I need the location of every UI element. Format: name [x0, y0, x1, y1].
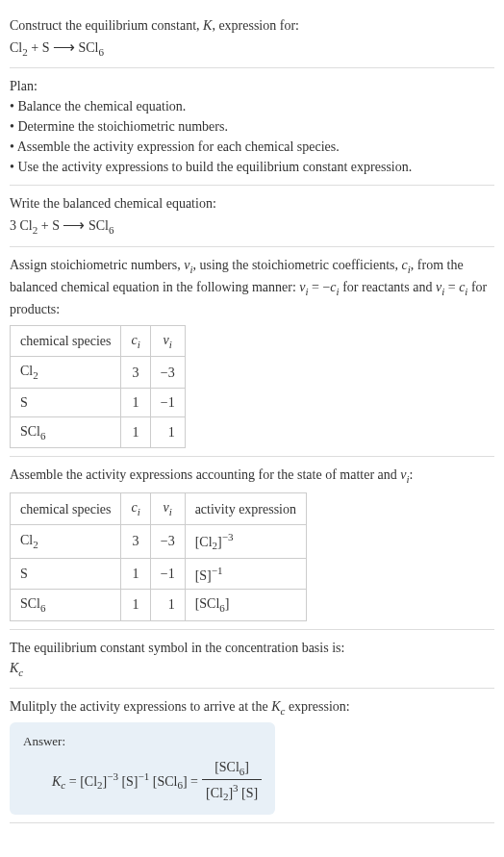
asm-t2: : [410, 467, 414, 482]
assign-text: Assign stoichiometric numbers, νi, using… [10, 255, 494, 320]
t2-h3i: i [169, 506, 172, 517]
arrow-icon: ⟶ [63, 216, 85, 233]
t1-r2-nu: −1 [150, 388, 185, 416]
t1-r2-c: 1 [121, 388, 150, 416]
assign-eq2: = [444, 280, 459, 294]
multiply-section: Mulitply the activity expressions to arr… [10, 689, 494, 823]
ans-sp: [S] [118, 773, 139, 788]
ans-scl: [SCl [149, 773, 177, 788]
t1-r1-sp: Cl2 [11, 357, 121, 388]
t2-r1-sp: Cl2 [11, 524, 121, 558]
bal-coef: 3 Cl [10, 218, 33, 233]
ans-denl: [Cl [206, 786, 223, 800]
plan-b2: • Determine the stoichiometric numbers. [10, 116, 494, 137]
table-row: chemical species ci νi activity expressi… [11, 493, 307, 524]
table-row: Cl2 3 −3 [Cl2]−3 [11, 524, 307, 558]
ans-numerator: [SCl6] [202, 757, 262, 780]
ans-K: K [52, 773, 61, 788]
bal-sub2: 6 [109, 224, 114, 236]
t2-r2-act: [S]−1 [185, 558, 306, 590]
assemble-section: Assemble the activity expressions accoun… [10, 457, 494, 630]
t2-r1-actl: [Cl [195, 534, 213, 548]
intro-section: Construct the equilibrium constant, K, e… [10, 8, 494, 68]
asm-t1: Assemble the activity expressions accoun… [10, 467, 400, 482]
table-row: Cl2 3 −3 [11, 357, 186, 388]
t2-r1-nu: −3 [150, 524, 185, 558]
table-row: S 1 −1 [S]−1 [11, 558, 307, 590]
plan-b4: • Use the activity expressions to build … [10, 157, 494, 177]
t2-r3-act: [SCl6] [185, 590, 306, 620]
t1-h3i: i [169, 339, 172, 350]
t2-r3-acttext: [SCl [195, 596, 220, 611]
t2-h1: chemical species [11, 493, 121, 524]
arrow-icon: ⟶ [53, 38, 75, 55]
intro-text: Construct the equilibrium constant, K, e… [10, 15, 494, 36]
table-row: S 1 −1 [11, 388, 186, 416]
stoich-table: chemical species ci νi Cl2 3 −3 S 1 −1 S… [10, 325, 186, 448]
eq-plus: + S [28, 40, 53, 55]
answer-label: Answer: [23, 732, 262, 751]
assign-t4: for reactants and [340, 280, 436, 294]
t2-h3: νi [150, 493, 185, 524]
table-row: SCl6 1 1 [11, 416, 186, 447]
t1-r3-sp: SCl6 [11, 416, 121, 447]
ans-br2: ] = [183, 773, 198, 788]
symbol-expr: Kc [10, 658, 494, 680]
t1-r3-sub: 6 [40, 430, 46, 441]
ans-sup1: −3 [107, 770, 118, 782]
bal-mid: + S [38, 218, 63, 233]
assign-section: Assign stoichiometric numbers, νi, using… [10, 247, 494, 457]
ans-sup2: −1 [139, 770, 150, 782]
t1-r3-nu: 1 [150, 416, 185, 447]
intro-equation: Cl2 + S ⟶ SCl6 [10, 36, 494, 60]
t1-r1-nu: −3 [150, 357, 185, 388]
t2-r3-nu: 1 [150, 590, 185, 620]
eq-cl: Cl [10, 40, 22, 55]
intro-line1: Construct the equilibrium constant, [10, 18, 203, 33]
t2-r2-nu: −1 [150, 558, 185, 590]
mult-K: K [271, 699, 280, 714]
assign-t2: , using the stoichiometric coefficients, [192, 258, 401, 272]
balanced-section: Write the balanced chemical equation: 3 … [10, 186, 494, 246]
t2-r3-sub: 6 [40, 602, 46, 614]
t1-h3: νi [150, 326, 185, 357]
t1-h2: ci [121, 326, 150, 357]
ans-numl: [SCl [214, 760, 239, 774]
plan-b3: • Assemble the activity expression for e… [10, 137, 494, 157]
intro-K: K [203, 18, 212, 33]
t1-r1-c: 3 [121, 357, 150, 388]
table-row: SCl6 1 1 [SCl6] [11, 590, 307, 620]
t2-r1-act: [Cl2]−3 [185, 524, 306, 558]
t1-r1-sub: 2 [33, 369, 38, 381]
eq-rhs: SCl [75, 40, 99, 55]
t1-r1-sptext: Cl [20, 364, 33, 378]
t2-r2-acttext: [S] [195, 567, 212, 582]
bal-rhs: SCl [85, 218, 109, 233]
t2-r2-c: 1 [121, 558, 150, 590]
t1-r2-sp: S [11, 388, 121, 416]
plan-b1: • Balance the chemical equation. [10, 96, 494, 116]
symbol-text: The equilibrium constant symbol in the c… [10, 638, 494, 658]
t1-h2i: i [138, 339, 140, 350]
t2-h2i: i [138, 506, 140, 517]
t2-r3-sptext: SCl [20, 596, 40, 611]
ans-eq: = [Cl [65, 773, 97, 788]
t2-r1-c: 3 [121, 524, 150, 558]
t1-r3-c: 1 [121, 416, 150, 447]
symbol-section: The equilibrium constant symbol in the c… [10, 630, 494, 689]
answer-equation: Kc = [Cl2]−3 [S]−1 [SCl6] = [SCl6] [Cl2]… [23, 757, 262, 805]
mult-t1: Mulitply the activity expressions to arr… [10, 699, 271, 714]
t2-h4: activity expression [185, 493, 306, 524]
t2-r1-sub: 2 [33, 539, 38, 550]
activity-table: chemical species ci νi activity expressi… [10, 492, 307, 620]
t2-r3-c: 1 [121, 590, 150, 620]
t1-h1: chemical species [11, 326, 121, 357]
t2-r1-sptext: Cl [20, 533, 33, 547]
intro-line1b: , expression for: [212, 18, 299, 33]
eq-sub2: 6 [98, 46, 104, 58]
t2-r1-actsup: −3 [222, 531, 234, 542]
ans-numr: ] [244, 760, 249, 774]
balanced-intro: Write the balanced chemical equation: [10, 193, 494, 214]
table-row: chemical species ci νi [11, 326, 186, 357]
t2-r3-sp: SCl6 [11, 590, 121, 620]
